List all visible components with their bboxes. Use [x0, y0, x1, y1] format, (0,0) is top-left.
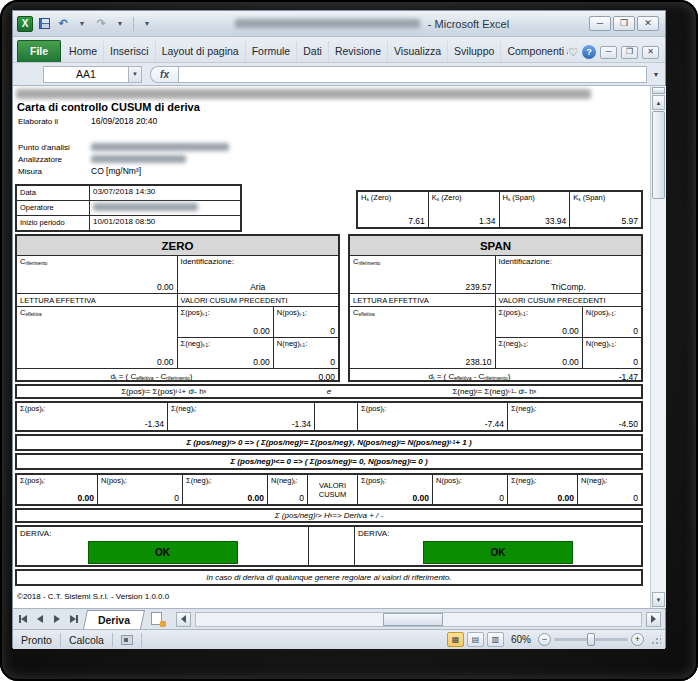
sigma-neg-cell: Σ(neg)t: -4.50	[508, 403, 641, 430]
sheet-canvas[interactable]: Carta di controllo CUSUM di deriva Elabo…	[13, 86, 650, 608]
insert-worksheet-button[interactable]	[149, 611, 166, 627]
qat-divider	[133, 17, 134, 31]
workbook-restore-button[interactable]: ❐	[621, 46, 638, 59]
n-neg-prev-cell: N(neg)t-1: 0	[583, 338, 641, 368]
sigma-pos-prev-value: 0.00	[253, 326, 270, 336]
status-ready: Pronto	[13, 634, 60, 646]
rule-positive: Σ (pos/neg) t > 0 => ( Σ(pos/neg) t = Σ(…	[15, 434, 643, 451]
identificazione-value: TriComp.	[551, 282, 586, 292]
formula-input[interactable]	[178, 66, 647, 83]
view-normal-button[interactable]: ▦	[447, 632, 464, 647]
save-button[interactable]	[36, 16, 52, 32]
horizontal-scrollbar-thumb[interactable]	[383, 613, 443, 626]
save-icon	[39, 18, 50, 29]
span-header: SPAN	[350, 236, 641, 256]
name-box[interactable]: AA1	[43, 66, 129, 83]
n-neg-prev-cell: N(neg)t-1: 0	[274, 338, 338, 368]
tab-inserisci[interactable]: Inserisci	[104, 41, 156, 62]
window-restore-button[interactable]: ❐	[613, 16, 635, 31]
hscroll-right-button[interactable]	[646, 612, 661, 627]
previous-sheet-button[interactable]	[32, 612, 47, 627]
zero-header: ZERO	[17, 236, 338, 256]
hk-label: Hs (Zero)	[361, 193, 425, 202]
window-minimize-button[interactable]: ─	[589, 16, 611, 31]
vertical-scrollbar[interactable]: ▲ ▼	[650, 86, 666, 608]
hk-label: Ks (Zero)	[432, 193, 496, 202]
zoom-in-button[interactable]: +	[631, 633, 644, 646]
excel-app-icon[interactable]: X	[17, 16, 33, 32]
feedback-heart-icon[interactable]: ♡	[568, 46, 578, 59]
status-bar: Pronto Calcola ▦ ▤ ▥ 60% − +	[13, 629, 665, 649]
n-neg-cell: N(neg)t: 0	[578, 475, 641, 504]
vertical-scrollbar-thumb[interactable]	[652, 111, 665, 199]
divider	[17, 215, 240, 216]
zoom-slider-thumb[interactable]	[587, 633, 595, 646]
tab-dati[interactable]: Dati	[297, 41, 329, 62]
hk-table: Hs (Zero) 7.61 Ks (Zero) 1.34 Hs (Span) …	[356, 190, 643, 229]
sigma-neg-label: Σ(neg)t:	[511, 404, 638, 413]
formula-bar-expand-icon[interactable]: ▼	[649, 66, 663, 83]
sigma-pos-prev-cell: Σ(pos)t-1: 0.00	[178, 307, 274, 337]
hscroll-left-button[interactable]	[176, 612, 191, 627]
titlebar[interactable]: X ↶ ▼ ↷ ▼ ▼ - Microsoft Excel ─ ❐ ✕	[13, 11, 665, 37]
window-close-button[interactable]: ✕	[637, 16, 659, 31]
undo-button[interactable]: ↶	[55, 16, 71, 32]
view-page-layout-button[interactable]: ▤	[467, 632, 484, 647]
analizzatore-label: Analizzatore	[18, 155, 62, 164]
hk-cell: Hs (Zero) 7.61	[358, 192, 429, 227]
sheet-tab-label: Deriva	[98, 614, 130, 626]
scroll-up-button[interactable]: ▲	[652, 95, 665, 110]
status-calc-mode[interactable]: Calcola	[61, 634, 112, 646]
name-box-caret-icon[interactable]: ▼	[129, 66, 142, 83]
c-effettiva-value: 0.00	[157, 357, 174, 367]
tab-formule[interactable]: Formule	[246, 41, 298, 62]
vertical-scrollbar-track[interactable]	[651, 216, 666, 591]
first-sheet-button[interactable]	[15, 612, 30, 627]
redo-caret-icon[interactable]: ▼	[112, 16, 128, 32]
c-riferimento-label: Criferimento	[20, 257, 174, 266]
zoom-slider-track[interactable]	[554, 638, 628, 641]
deriva-rule: Σ (pos/neg) t > H s => Deriva + / -	[15, 508, 643, 523]
quick-access-toolbar: X ↶ ▼ ↷ ▼ ▼	[13, 16, 155, 32]
zoom-out-button[interactable]: −	[538, 633, 551, 646]
scroll-down-button[interactable]: ▼	[652, 592, 665, 607]
cell-value: 0.00	[557, 493, 574, 503]
tab-home[interactable]: Home	[63, 41, 104, 62]
n-neg-prev-label: N(neg)t-1:	[277, 339, 335, 348]
undo-caret-icon[interactable]: ▼	[74, 16, 90, 32]
tab-layout-di-pagina[interactable]: Layout di pagina	[156, 41, 246, 62]
tab-revisione[interactable]: Revisione	[329, 41, 388, 62]
c-effettiva-cell: Ceffettiva 238.10	[350, 307, 496, 368]
horizontal-scrollbar[interactable]	[195, 612, 642, 627]
sheet-tab-deriva[interactable]: Deriva	[83, 610, 145, 629]
app-title: - Microsoft Excel	[428, 18, 509, 30]
n-pos-cell: N(pos)t: 0	[433, 475, 508, 504]
help-button[interactable]: ?	[582, 45, 596, 59]
fx-icon[interactable]: fx	[150, 66, 178, 83]
tab-sviluppo[interactable]: Sviluppo	[448, 41, 501, 62]
elaborato-label: Elaborato il	[18, 117, 58, 126]
info-label: Inizio periodo	[17, 216, 90, 230]
sigma-neg-prev-cell: Σ(neg)t-1: 0.00	[496, 338, 583, 368]
tab-componenti-aggiuntivi[interactable]: Componenti aggiu	[501, 41, 568, 62]
tab-visualizza[interactable]: Visualizza	[388, 41, 448, 62]
qat-customize-caret[interactable]: ▼	[139, 16, 155, 32]
hk-label: Hs (Span)	[503, 193, 567, 202]
n-neg-prev-value: 0	[330, 357, 335, 367]
view-page-break-button[interactable]: ▥	[487, 632, 504, 647]
ribbon-tab-row: File Home Inserisci Layout di pagina For…	[13, 37, 665, 63]
redo-button[interactable]: ↷	[93, 16, 109, 32]
macro-record-button[interactable]	[121, 635, 133, 645]
resize-grip[interactable]	[651, 635, 661, 645]
n-pos-prev-value: 0	[633, 326, 638, 336]
split-handle[interactable]	[652, 87, 665, 94]
workbook-close-button[interactable]: ✕	[642, 46, 659, 59]
misura-value: CO [mg/Nm³]	[91, 166, 141, 176]
workbook-minimize-button[interactable]: ─	[600, 46, 617, 59]
next-sheet-button[interactable]	[49, 612, 64, 627]
last-sheet-button[interactable]	[66, 612, 81, 627]
zoom-level[interactable]: 60%	[507, 634, 535, 645]
sigma-pos-value: -1.34	[145, 419, 164, 429]
redacted-filename	[235, 19, 420, 28]
tab-file[interactable]: File	[17, 40, 61, 62]
